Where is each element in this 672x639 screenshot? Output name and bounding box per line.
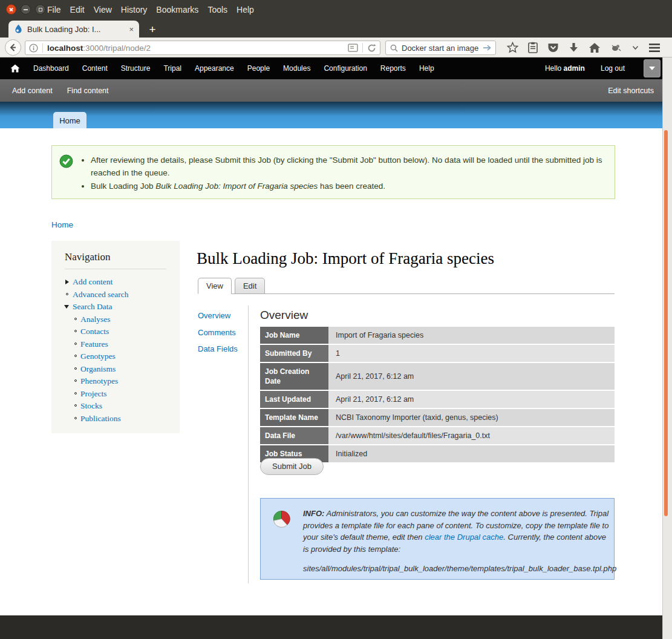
admin-menu-reports[interactable]: Reports <box>380 64 406 73</box>
urlbar-divider2 <box>362 43 363 53</box>
back-arrow-icon <box>8 43 18 52</box>
admin-user-area: Hello admin Log out <box>545 57 625 79</box>
leaf-bullet-icon <box>66 293 68 295</box>
admin-menu-tripal[interactable]: Tripal <box>163 64 181 73</box>
node-tabs: View Edit <box>198 278 265 294</box>
admin-username: admin <box>564 64 585 73</box>
admin-menu-configuration[interactable]: Configuration <box>324 64 367 73</box>
sidebar-item-genotypes[interactable]: Genotypes <box>51 350 180 362</box>
scrollbar-thumb[interactable] <box>664 130 668 516</box>
sidebar-item-advanced-search[interactable]: Advanced search <box>51 288 180 301</box>
screen: File Edit View History Bookmarks Tools H… <box>0 0 672 639</box>
menu-history[interactable]: History <box>121 5 148 15</box>
reader-mode-icon[interactable] <box>348 44 358 52</box>
sidebar-item-features[interactable]: Features <box>51 338 180 350</box>
new-tab-button[interactable]: + <box>143 22 162 37</box>
sidebar-item-stocks[interactable]: Stocks <box>51 399 180 412</box>
downloads-icon[interactable] <box>569 42 579 53</box>
shortcut-find-content[interactable]: Find content <box>67 87 109 95</box>
breadcrumb-home-link[interactable]: Home <box>51 220 73 229</box>
url-bar[interactable]: localhost:3000/tripal/node/2 <box>25 41 380 55</box>
navigation-sidebar: Navigation Add content Advanced search S… <box>51 241 180 433</box>
sidebar-item-phenotypes[interactable]: Phenotypes <box>51 375 180 387</box>
pocket-icon[interactable] <box>547 42 559 53</box>
tab-close-icon[interactable]: × <box>129 25 134 34</box>
admin-menu-help[interactable]: Help <box>419 64 434 73</box>
shortcuts-bar: Add content Find content Edit shortcuts <box>0 79 662 102</box>
status-ok-icon <box>59 154 73 168</box>
leaf-bullet-icon <box>74 417 77 419</box>
admin-menu-structure[interactable]: Structure <box>121 64 151 73</box>
pane-link-data-fields[interactable]: Data Fields <box>198 344 238 353</box>
menu-file[interactable]: File <box>47 5 61 15</box>
menu-tools[interactable]: Tools <box>207 5 227 15</box>
sidebar-item-analyses[interactable]: Analyses <box>51 313 180 326</box>
leaf-bullet-icon <box>74 367 77 370</box>
window-maximize-button[interactable] <box>35 4 45 15</box>
status-messages-box: After reviewing the details, please Subm… <box>51 145 615 199</box>
shortcut-add-content[interactable]: Add content <box>12 87 53 95</box>
extension-chevron-icon[interactable] <box>632 45 639 50</box>
admin-menu-modules[interactable]: Modules <box>283 64 310 73</box>
admin-menu-content[interactable]: Content <box>82 64 108 73</box>
status-message-1: After reviewing the details, please Subm… <box>91 154 605 179</box>
window-close-button[interactable] <box>6 4 16 15</box>
expanded-arrow-icon[interactable] <box>64 305 69 309</box>
reload-icon[interactable] <box>367 44 376 53</box>
tripal-logo-icon <box>272 510 291 528</box>
edit-shortcuts-link[interactable]: Edit shortcuts <box>608 87 654 95</box>
sidebar-item-add-content[interactable]: Add content <box>51 275 180 288</box>
sidebar-item-contacts[interactable]: Contacts <box>51 325 180 338</box>
table-row: Job NameImport of Fragaria species <box>260 327 615 345</box>
sidebar-item-projects[interactable]: Projects <box>51 387 180 400</box>
tab-edit[interactable]: Edit <box>235 278 265 294</box>
logout-link[interactable]: Log out <box>601 64 625 73</box>
home-primary-tab[interactable]: Home <box>53 112 86 128</box>
tab-view[interactable]: View <box>198 278 232 294</box>
search-icon <box>390 44 398 52</box>
browser-menubar: File Edit View History Bookmarks Tools H… <box>47 0 254 19</box>
submit-job-button[interactable]: Submit Job <box>260 458 324 475</box>
menu-bookmarks[interactable]: Bookmarks <box>156 5 198 15</box>
browser-tabstrip: Bulk Loading Job: I... × + <box>0 19 672 38</box>
bookmark-star-icon[interactable] <box>507 42 518 53</box>
bookmarks-panel-icon[interactable] <box>528 42 538 53</box>
admin-home-icon[interactable] <box>10 64 20 73</box>
page-title: Bulk Loading Job: Import of Fragaria spe… <box>197 249 494 268</box>
window-minimize-button[interactable] <box>21 4 31 15</box>
admin-menu-appearance[interactable]: Appearance <box>195 64 234 73</box>
sidebar-title-rule <box>65 269 166 269</box>
extension-icon[interactable] <box>610 43 622 53</box>
sidebar-item-search-data[interactable]: Search Data <box>51 300 180 313</box>
sidebar-nav-list: Add content Advanced search Search Data … <box>51 275 180 424</box>
home-icon[interactable] <box>589 42 601 53</box>
admin-greeting: Hello admin <box>545 64 585 73</box>
leaf-bullet-icon <box>74 330 77 332</box>
sidebar-item-organisms[interactable]: Organisms <box>51 362 180 375</box>
site-info-icon[interactable] <box>29 44 38 53</box>
menu-edit[interactable]: Edit <box>70 5 85 15</box>
collapsed-arrow-icon[interactable] <box>65 280 69 284</box>
leaf-bullet-icon <box>74 392 77 395</box>
pane-link-overview[interactable]: Overview <box>198 311 238 320</box>
toolbar-toggle-button[interactable] <box>644 59 661 77</box>
table-row: Data File/var/www/html/sites/default/fil… <box>260 427 615 445</box>
menu-view[interactable]: View <box>94 5 112 15</box>
url-text[interactable]: localhost:3000/tripal/node/2 <box>47 44 348 53</box>
clear-cache-link[interactable]: clear the Drupal cache <box>425 532 503 542</box>
menu-help[interactable]: Help <box>237 5 254 15</box>
info-text: INFO: Administrators, you can customize … <box>303 508 610 555</box>
leaf-bullet-icon <box>74 355 77 357</box>
search-bar[interactable]: Docker start an image <box>385 41 496 55</box>
admin-menu-dashboard[interactable]: Dashboard <box>33 64 69 73</box>
search-input[interactable]: Docker start an image <box>402 44 483 53</box>
browser-tab-active[interactable]: Bulk Loading Job: I... × <box>8 21 139 38</box>
back-button[interactable] <box>5 39 21 56</box>
admin-menu-people[interactable]: People <box>247 64 270 73</box>
template-path: sites/all/modules/tripal/tripal_bulk_loa… <box>303 564 610 573</box>
search-go-icon[interactable] <box>483 44 491 51</box>
hamburger-menu-icon[interactable] <box>648 43 661 53</box>
leaf-bullet-icon <box>74 404 77 407</box>
sidebar-item-publications[interactable]: Publications <box>51 412 180 425</box>
pane-link-comments[interactable]: Comments <box>198 328 238 337</box>
